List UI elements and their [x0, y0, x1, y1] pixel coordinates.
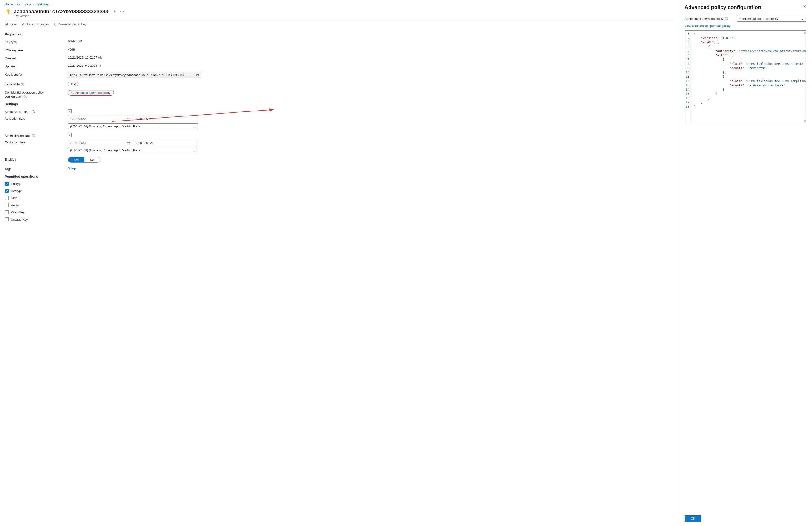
updated-label: Updated — [5, 64, 63, 68]
verify-label: Verify — [11, 203, 19, 207]
created-value: 12/21/2022, 12:02:57 AM — [68, 56, 201, 59]
key-type-label: Key type — [5, 40, 63, 44]
decrypt-checkbox[interactable] — [5, 189, 9, 193]
key-id-label: Key Identifier — [5, 72, 63, 76]
set-expiration-label: Set expiration date i — [5, 133, 63, 137]
page-title: aaaaaaaa0b0b1c1c2d2d333333333333 — [14, 9, 108, 15]
exportable-label: Exportable i — [5, 82, 63, 86]
ok-button[interactable]: OK — [684, 515, 701, 522]
rsa-size-value: 4096 — [68, 48, 201, 51]
toolbar: Save Discard changes Download public key — [5, 20, 674, 28]
enabled-toggle[interactable]: Yes No — [68, 157, 100, 163]
panel-title: Advanced policy configuration — [684, 4, 761, 11]
info-icon[interactable]: i — [32, 134, 35, 137]
exportable-value: true — [68, 82, 78, 86]
breadcrumb-myskrkey[interactable]: myskrkey — [35, 2, 48, 6]
discard-button[interactable]: Discard changes — [21, 23, 49, 26]
section-settings: Settings — [5, 102, 674, 106]
policy-json-editor[interactable]: 123456789101112131415161718 { "version":… — [684, 30, 806, 123]
svg-rect-3 — [197, 74, 199, 76]
chevron-down-icon: ⌄ — [801, 17, 804, 20]
rsa-size-label: RSA key size — [5, 48, 63, 52]
expiration-date-input[interactable]: 12/21/2023 — [68, 140, 132, 146]
tags-label: Tags — [5, 166, 63, 171]
panel-policy-label: Confidential operation policy i — [684, 17, 728, 20]
activation-date-label: Activation date — [5, 116, 63, 120]
activation-tz-select[interactable]: (UTC+01:00) Brussels, Copenhagen, Madrid… — [68, 123, 198, 129]
policy-config-label: Confidential operation policy configurat… — [5, 90, 63, 98]
tags-link[interactable]: 0 tags — [68, 166, 76, 170]
breadcrumb-keys[interactable]: Keys — [25, 2, 32, 6]
enabled-label: Enabled — [5, 157, 63, 161]
discard-label: Discard changes — [26, 23, 49, 26]
svg-rect-2 — [6, 24, 7, 25]
set-activation-checkbox[interactable] — [68, 109, 72, 113]
sign-label: Sign — [11, 196, 17, 200]
scroll-thumb-top[interactable] — [804, 32, 806, 34]
save-button[interactable]: Save — [5, 23, 17, 26]
info-icon[interactable]: i — [24, 95, 27, 98]
expiration-date-label: Expiration date — [5, 140, 63, 144]
svg-rect-4 — [127, 118, 130, 120]
set-activation-label: Set activation date i — [5, 109, 63, 114]
calendar-icon — [127, 117, 130, 121]
created-label: Created — [5, 56, 63, 60]
info-icon[interactable]: i — [21, 83, 24, 86]
x-icon — [21, 23, 24, 26]
breadcrumb-skr[interactable]: skr — [17, 2, 21, 6]
confidential-policy-link[interactable]: Confidential operation policy — [68, 90, 114, 96]
info-icon[interactable]: i — [32, 110, 35, 113]
more-icon[interactable]: ··· — [120, 10, 125, 14]
chevron-right-icon: › — [33, 2, 34, 6]
expiration-time-input[interactable]: 12:02:35 AM — [134, 140, 198, 146]
calendar-icon — [127, 141, 130, 145]
section-properties: Properties — [5, 32, 674, 36]
chevron-down-icon: ⌄ — [193, 125, 196, 128]
copy-icon[interactable] — [196, 73, 199, 77]
floppy-icon — [5, 23, 8, 26]
separator-pipe: | — [23, 2, 23, 6]
expiration-tz-select[interactable]: (UTC+01:00) Brussels, Copenhagen, Madrid… — [68, 147, 198, 153]
svg-rect-5 — [127, 142, 130, 144]
encrypt-label: Encrypt — [11, 182, 21, 186]
key-icon — [5, 8, 12, 15]
activation-date-input[interactable]: 12/21/2022 — [68, 116, 132, 122]
policy-select[interactable]: Confidential operation policy ⌄ — [737, 16, 806, 22]
close-icon[interactable]: ✕ — [803, 4, 806, 9]
subtitle: Key Version — [14, 15, 674, 18]
activation-time-input[interactable]: 12:02:35 AM — [134, 116, 198, 122]
toggle-no[interactable]: No — [84, 157, 100, 162]
chevron-right-icon: › — [50, 2, 51, 6]
updated-value: 12/23/2022, 9:23:31 PM — [68, 64, 201, 68]
key-type-value: RSA-HSM — [68, 40, 201, 43]
section-permitted: Permitted operations — [5, 175, 674, 178]
code-content[interactable]: { "version": "1.0.0", "anyOf": [ { "auth… — [692, 31, 806, 123]
encrypt-checkbox[interactable] — [5, 182, 9, 186]
save-label: Save — [10, 23, 17, 26]
advanced-policy-panel: Advanced policy configuration ✕ Confiden… — [679, 0, 812, 526]
breadcrumb: Home › skr | Keys › myskrkey › — [5, 2, 674, 6]
wrap-checkbox[interactable] — [5, 210, 9, 214]
breadcrumb-home[interactable]: Home — [5, 2, 13, 6]
set-expiration-checkbox[interactable] — [68, 133, 72, 137]
line-gutter: 123456789101112131415161718 — [685, 31, 692, 123]
svg-rect-1 — [6, 23, 7, 24]
download-button[interactable]: Download public key — [53, 23, 86, 26]
unwrap-checkbox[interactable] — [5, 218, 9, 221]
pin-icon[interactable] — [113, 10, 116, 14]
chevron-down-icon: ⌄ — [193, 148, 196, 152]
key-id-value: https://skr.vault.azure.net/keys/myskrke… — [70, 73, 185, 77]
decrypt-label: Decrypt — [11, 189, 22, 193]
sign-checkbox[interactable] — [5, 196, 9, 200]
unwrap-label: Unwrap Key — [11, 218, 28, 221]
wrap-label: Wrap Key — [11, 210, 25, 214]
download-label: Download public key — [58, 23, 86, 26]
chevron-right-icon: › — [15, 2, 15, 6]
verify-checkbox[interactable] — [5, 203, 9, 207]
view-policy-link[interactable]: View confidential operation policy — [684, 24, 806, 28]
scroll-thumb-bottom[interactable] — [804, 120, 806, 122]
info-icon[interactable]: i — [725, 17, 728, 20]
download-icon — [53, 23, 56, 26]
toggle-yes[interactable]: Yes — [68, 157, 84, 162]
key-id-input[interactable]: https://skr.vault.azure.net/keys/myskrke… — [68, 72, 201, 78]
